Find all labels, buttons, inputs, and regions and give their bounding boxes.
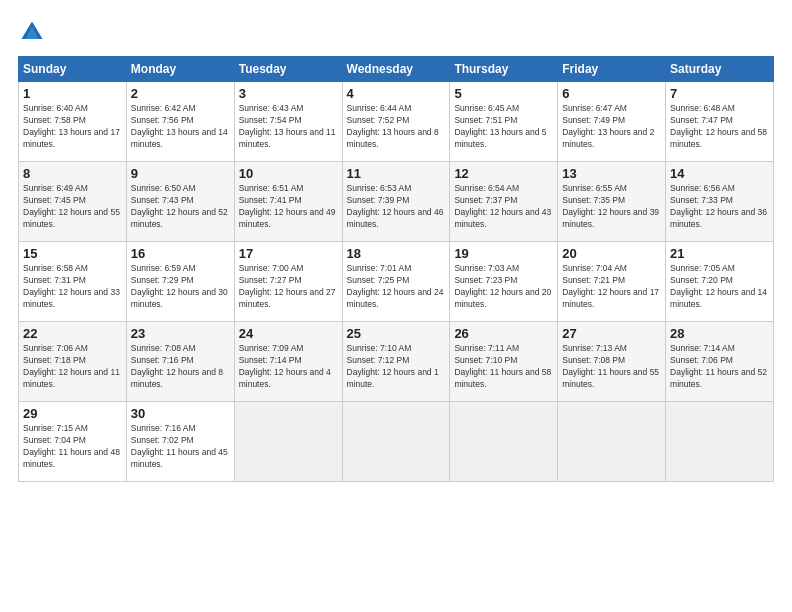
day-number: 17 [239, 246, 338, 261]
calendar-cell: 19 Sunrise: 7:03 AM Sunset: 7:23 PM Dayl… [450, 242, 558, 322]
day-detail: Sunrise: 6:53 AM Sunset: 7:39 PM Dayligh… [347, 183, 446, 231]
calendar-cell: 13 Sunrise: 6:55 AM Sunset: 7:35 PM Dayl… [558, 162, 666, 242]
calendar-cell: 7 Sunrise: 6:48 AM Sunset: 7:47 PM Dayli… [666, 82, 774, 162]
calendar-cell [558, 402, 666, 482]
day-number: 25 [347, 326, 446, 341]
day-number: 1 [23, 86, 122, 101]
day-number: 16 [131, 246, 230, 261]
logo-icon [18, 18, 46, 46]
logo [18, 18, 50, 46]
day-detail: Sunrise: 6:40 AM Sunset: 7:58 PM Dayligh… [23, 103, 122, 151]
col-saturday: Saturday [666, 57, 774, 82]
calendar-cell: 4 Sunrise: 6:44 AM Sunset: 7:52 PM Dayli… [342, 82, 450, 162]
day-number: 8 [23, 166, 122, 181]
day-detail: Sunrise: 6:49 AM Sunset: 7:45 PM Dayligh… [23, 183, 122, 231]
day-detail: Sunrise: 7:11 AM Sunset: 7:10 PM Dayligh… [454, 343, 553, 391]
calendar-cell: 18 Sunrise: 7:01 AM Sunset: 7:25 PM Dayl… [342, 242, 450, 322]
calendar-header-row: Sunday Monday Tuesday Wednesday Thursday… [19, 57, 774, 82]
calendar-cell: 17 Sunrise: 7:00 AM Sunset: 7:27 PM Dayl… [234, 242, 342, 322]
day-detail: Sunrise: 7:10 AM Sunset: 7:12 PM Dayligh… [347, 343, 446, 391]
day-detail: Sunrise: 6:47 AM Sunset: 7:49 PM Dayligh… [562, 103, 661, 151]
calendar-week-1: 1 Sunrise: 6:40 AM Sunset: 7:58 PM Dayli… [19, 82, 774, 162]
day-number: 15 [23, 246, 122, 261]
day-detail: Sunrise: 6:56 AM Sunset: 7:33 PM Dayligh… [670, 183, 769, 231]
day-detail: Sunrise: 7:03 AM Sunset: 7:23 PM Dayligh… [454, 263, 553, 311]
day-detail: Sunrise: 6:42 AM Sunset: 7:56 PM Dayligh… [131, 103, 230, 151]
col-tuesday: Tuesday [234, 57, 342, 82]
day-number: 18 [347, 246, 446, 261]
day-number: 13 [562, 166, 661, 181]
calendar-week-4: 22 Sunrise: 7:06 AM Sunset: 7:18 PM Dayl… [19, 322, 774, 402]
day-number: 9 [131, 166, 230, 181]
calendar-cell: 14 Sunrise: 6:56 AM Sunset: 7:33 PM Dayl… [666, 162, 774, 242]
calendar: Sunday Monday Tuesday Wednesday Thursday… [18, 56, 774, 482]
calendar-cell: 10 Sunrise: 6:51 AM Sunset: 7:41 PM Dayl… [234, 162, 342, 242]
page: Sunday Monday Tuesday Wednesday Thursday… [0, 0, 792, 612]
day-detail: Sunrise: 6:45 AM Sunset: 7:51 PM Dayligh… [454, 103, 553, 151]
col-monday: Monday [126, 57, 234, 82]
day-number: 24 [239, 326, 338, 341]
day-number: 22 [23, 326, 122, 341]
calendar-cell: 25 Sunrise: 7:10 AM Sunset: 7:12 PM Dayl… [342, 322, 450, 402]
day-detail: Sunrise: 6:50 AM Sunset: 7:43 PM Dayligh… [131, 183, 230, 231]
day-number: 21 [670, 246, 769, 261]
calendar-cell: 11 Sunrise: 6:53 AM Sunset: 7:39 PM Dayl… [342, 162, 450, 242]
calendar-cell: 26 Sunrise: 7:11 AM Sunset: 7:10 PM Dayl… [450, 322, 558, 402]
day-detail: Sunrise: 7:15 AM Sunset: 7:04 PM Dayligh… [23, 423, 122, 471]
col-thursday: Thursday [450, 57, 558, 82]
day-number: 11 [347, 166, 446, 181]
day-number: 29 [23, 406, 122, 421]
day-number: 4 [347, 86, 446, 101]
calendar-cell: 8 Sunrise: 6:49 AM Sunset: 7:45 PM Dayli… [19, 162, 127, 242]
calendar-cell: 27 Sunrise: 7:13 AM Sunset: 7:08 PM Dayl… [558, 322, 666, 402]
day-number: 7 [670, 86, 769, 101]
day-number: 23 [131, 326, 230, 341]
day-detail: Sunrise: 7:14 AM Sunset: 7:06 PM Dayligh… [670, 343, 769, 391]
day-number: 10 [239, 166, 338, 181]
day-number: 30 [131, 406, 230, 421]
day-detail: Sunrise: 7:08 AM Sunset: 7:16 PM Dayligh… [131, 343, 230, 391]
calendar-cell: 21 Sunrise: 7:05 AM Sunset: 7:20 PM Dayl… [666, 242, 774, 322]
day-detail: Sunrise: 6:58 AM Sunset: 7:31 PM Dayligh… [23, 263, 122, 311]
day-detail: Sunrise: 7:05 AM Sunset: 7:20 PM Dayligh… [670, 263, 769, 311]
day-detail: Sunrise: 7:13 AM Sunset: 7:08 PM Dayligh… [562, 343, 661, 391]
day-detail: Sunrise: 6:54 AM Sunset: 7:37 PM Dayligh… [454, 183, 553, 231]
calendar-cell [666, 402, 774, 482]
day-number: 6 [562, 86, 661, 101]
calendar-cell: 16 Sunrise: 6:59 AM Sunset: 7:29 PM Dayl… [126, 242, 234, 322]
calendar-cell: 22 Sunrise: 7:06 AM Sunset: 7:18 PM Dayl… [19, 322, 127, 402]
day-number: 19 [454, 246, 553, 261]
day-detail: Sunrise: 7:16 AM Sunset: 7:02 PM Dayligh… [131, 423, 230, 471]
day-detail: Sunrise: 7:06 AM Sunset: 7:18 PM Dayligh… [23, 343, 122, 391]
calendar-cell: 12 Sunrise: 6:54 AM Sunset: 7:37 PM Dayl… [450, 162, 558, 242]
calendar-cell: 3 Sunrise: 6:43 AM Sunset: 7:54 PM Dayli… [234, 82, 342, 162]
col-friday: Friday [558, 57, 666, 82]
calendar-cell: 30 Sunrise: 7:16 AM Sunset: 7:02 PM Dayl… [126, 402, 234, 482]
day-number: 26 [454, 326, 553, 341]
calendar-cell: 20 Sunrise: 7:04 AM Sunset: 7:21 PM Dayl… [558, 242, 666, 322]
col-wednesday: Wednesday [342, 57, 450, 82]
calendar-cell: 28 Sunrise: 7:14 AM Sunset: 7:06 PM Dayl… [666, 322, 774, 402]
day-number: 3 [239, 86, 338, 101]
day-detail: Sunrise: 7:04 AM Sunset: 7:21 PM Dayligh… [562, 263, 661, 311]
day-detail: Sunrise: 7:01 AM Sunset: 7:25 PM Dayligh… [347, 263, 446, 311]
day-number: 28 [670, 326, 769, 341]
calendar-cell: 2 Sunrise: 6:42 AM Sunset: 7:56 PM Dayli… [126, 82, 234, 162]
day-number: 20 [562, 246, 661, 261]
day-detail: Sunrise: 6:48 AM Sunset: 7:47 PM Dayligh… [670, 103, 769, 151]
header [18, 18, 774, 46]
calendar-cell [450, 402, 558, 482]
day-number: 5 [454, 86, 553, 101]
calendar-cell [342, 402, 450, 482]
day-number: 14 [670, 166, 769, 181]
calendar-week-2: 8 Sunrise: 6:49 AM Sunset: 7:45 PM Dayli… [19, 162, 774, 242]
day-detail: Sunrise: 7:09 AM Sunset: 7:14 PM Dayligh… [239, 343, 338, 391]
calendar-cell: 23 Sunrise: 7:08 AM Sunset: 7:16 PM Dayl… [126, 322, 234, 402]
day-detail: Sunrise: 6:44 AM Sunset: 7:52 PM Dayligh… [347, 103, 446, 151]
calendar-cell: 5 Sunrise: 6:45 AM Sunset: 7:51 PM Dayli… [450, 82, 558, 162]
calendar-cell: 6 Sunrise: 6:47 AM Sunset: 7:49 PM Dayli… [558, 82, 666, 162]
day-detail: Sunrise: 7:00 AM Sunset: 7:27 PM Dayligh… [239, 263, 338, 311]
calendar-cell: 15 Sunrise: 6:58 AM Sunset: 7:31 PM Dayl… [19, 242, 127, 322]
calendar-cell: 29 Sunrise: 7:15 AM Sunset: 7:04 PM Dayl… [19, 402, 127, 482]
day-detail: Sunrise: 6:59 AM Sunset: 7:29 PM Dayligh… [131, 263, 230, 311]
